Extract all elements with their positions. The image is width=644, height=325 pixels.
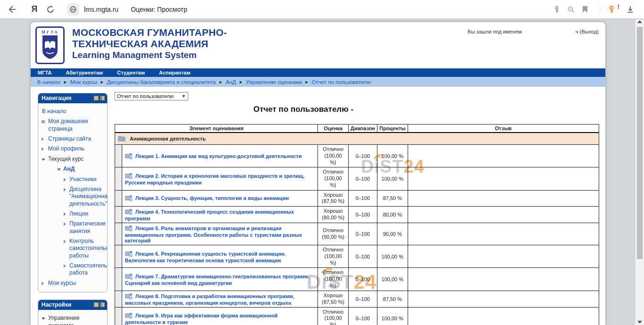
range-value: 0–100: [348, 145, 377, 167]
sidebar-item-and[interactable]: АнД: [38, 164, 105, 174]
sidebar-item-my-profile[interactable]: Мой профиль: [38, 144, 105, 154]
password-manager-button[interactable]: !: [605, 2, 619, 17]
table-row: Лекция 5. Роль аниматоров в организации …: [115, 223, 599, 245]
col-grade: Оценка: [318, 125, 349, 133]
grade-value: Отлично: [321, 269, 345, 276]
mgta-logo[interactable]: МГТА: [35, 26, 65, 64]
sidebar-item-participants[interactable]: Участники: [38, 175, 105, 184]
lesson-link[interactable]: Лекция 1. Анимация как вид культурно-дос…: [135, 153, 302, 159]
square-bullet-icon: [42, 120, 45, 123]
table-row: Лекция 4. Технологический процесс создан…: [115, 207, 599, 223]
sidebar-item-lectures[interactable]: Лекции: [38, 209, 105, 219]
sidebar-item-practice[interactable]: Практические занятия: [38, 219, 105, 236]
lesson-link[interactable]: Лекция 4. Технологический процесс создан…: [125, 209, 294, 221]
url-text[interactable]: lms.mgta.ru: [84, 6, 118, 13]
grades-table: Элемент оценивания Оценка Диапазон Проце…: [115, 124, 599, 325]
chevron-down-icon[interactable]: [42, 158, 45, 161]
navigation-block: Навигация В начало Моя домашняя страница…: [38, 93, 108, 292]
settings-tree: Управление оценками Обзорный отчет Отчет…: [38, 310, 107, 325]
back-button[interactable]: [4, 1, 20, 17]
percent-value: 100,00 %: [377, 307, 408, 325]
key-button[interactable]: [550, 2, 564, 17]
sidebar-item-self-work[interactable]: Самостоятельная работа: [38, 261, 105, 278]
sidebar-item-home[interactable]: В начало: [38, 107, 105, 117]
page-scrollbar[interactable]: [635, 19, 644, 325]
lesson-icon: [125, 250, 133, 258]
yandex-logo-button[interactable]: Я: [26, 4, 42, 14]
scrollbar-thumb[interactable]: [637, 27, 643, 259]
table-row: Лекция 7. Драматургия анимационно-театра…: [115, 268, 599, 291]
lesson-link[interactable]: Лекция 5. Роль аниматоров в организации …: [125, 225, 302, 243]
sidebar-item-self-control[interactable]: Контроль самостоятельной работы: [38, 236, 105, 261]
scrollbar-up-arrow[interactable]: [637, 20, 642, 23]
col-feedback: Отзыв: [408, 125, 599, 133]
percent-value: 100,00 %: [377, 245, 408, 268]
collapse-block-icon[interactable]: [94, 302, 99, 307]
lesson-link[interactable]: Лекция 3. Сущность, функция, типология и…: [135, 195, 289, 201]
chevron-right-icon[interactable]: [64, 222, 66, 226]
grade-percent: (87,50 %): [321, 198, 345, 205]
lesson-link[interactable]: Лекция 6. Рекреационная сущность туристс…: [125, 251, 286, 263]
breadcrumb-disciplines[interactable]: Дисциплины бакалавриата и специалитета: [107, 79, 216, 85]
chevron-down-icon[interactable]: [42, 317, 45, 320]
key-icon: [553, 6, 560, 13]
lesson-link[interactable]: Лекция 7. Драматургия анимационно-театра…: [125, 274, 309, 286]
category-label: Анимационная деятельность: [130, 136, 206, 142]
scrollbar-down-arrow[interactable]: [637, 321, 642, 324]
page-heading: Отчет по пользователю -: [115, 105, 492, 114]
academy-title-line1: МОСКОВСКАЯ ГУМАНИТАРНО-: [72, 27, 227, 38]
report-type-select[interactable]: Отчет по пользователю ▼: [115, 92, 188, 100]
breadcrumb-my-courses[interactable]: Мои курсы: [70, 79, 97, 85]
sidebar-item-my-courses[interactable]: Мои курсы: [38, 278, 105, 288]
chevron-right-icon[interactable]: [64, 188, 66, 192]
grade-value: Отлично: [321, 146, 345, 153]
lesson-link[interactable]: Лекция 8. Подготовка и разработка анимац…: [125, 293, 294, 306]
chevron-right-icon[interactable]: [42, 147, 44, 151]
grade-value: Отлично: [321, 247, 345, 253]
sidebar-item-discipline[interactable]: Дисциплина "Анимационная деятельность": [38, 184, 105, 209]
nav-item-mgta[interactable]: МГТА: [31, 70, 59, 75]
grade-value: Хорошо: [321, 192, 345, 199]
mgta-emblem-icon: [40, 34, 60, 61]
reload-button[interactable]: [42, 1, 59, 17]
chevron-right-icon[interactable]: [42, 137, 44, 141]
nav-item-studentam[interactable]: Студентам: [110, 70, 152, 75]
range-value: 0–100: [348, 245, 377, 268]
chevron-down-icon[interactable]: [57, 168, 61, 171]
percent-value: 90,00 %: [377, 223, 408, 245]
grade-value: Отлично: [321, 227, 345, 234]
chevron-right-icon[interactable]: [64, 240, 66, 243]
find-in-page-button[interactable]: [564, 2, 578, 17]
nav-item-aspirantam[interactable]: Аспирантам: [152, 70, 197, 75]
site-header: МГТА МОСКОВСКАЯ ГУМАНИТАРНО- ТЕХНИЧЕСКАЯ…: [31, 22, 605, 68]
breadcrumb-course[interactable]: АнД: [226, 79, 236, 85]
collapse-block-icon[interactable]: [94, 96, 99, 100]
site-info-button[interactable]: [67, 3, 79, 16]
grade-percent: (80,00 %): [321, 215, 345, 221]
chevron-right-icon[interactable]: [64, 264, 66, 268]
downloads-button[interactable]: [623, 2, 637, 17]
sidebar-item-current-course[interactable]: Текущий курс: [38, 154, 105, 164]
password-key-icon: [608, 5, 617, 14]
sidebar-item-my-home[interactable]: Моя домашняя страница: [38, 117, 105, 134]
bookmark-button[interactable]: [578, 2, 592, 17]
grade-percent: (100,00 %): [321, 253, 345, 267]
chevron-right-icon[interactable]: [64, 178, 66, 182]
range-value: 0–100: [348, 207, 377, 223]
chevron-right-icon[interactable]: [42, 282, 44, 285]
breadcrumb-user-report[interactable]: Отчет по пользователю: [312, 79, 371, 85]
logout-link[interactable]: ч (Выход): [576, 29, 599, 34]
lesson-link[interactable]: Лекция 2. История и хронология массовых …: [125, 173, 305, 185]
lesson-link[interactable]: Лекция 9. Игра как эффективная форма ани…: [125, 313, 278, 325]
breadcrumb-grade-admin[interactable]: Управление оценками: [246, 79, 302, 85]
settings-item-grade-admin[interactable]: Управление оценками: [38, 313, 105, 325]
dock-block-icon[interactable]: [100, 96, 105, 100]
page-background: МГТА МОСКОВСКАЯ ГУМАНИТАРНО- ТЕХНИЧЕСКАЯ…: [0, 19, 644, 325]
breadcrumb-home[interactable]: В начало: [37, 79, 60, 85]
dock-block-icon[interactable]: [100, 302, 105, 307]
sidebar-item-site-pages[interactable]: Страницы сайта: [38, 134, 105, 144]
range-value: 0–100: [348, 307, 377, 325]
chevron-right-icon[interactable]: [64, 212, 66, 216]
settings-block-header: Настройки: [38, 300, 107, 310]
nav-item-abiturientam[interactable]: Абитуриентам: [59, 70, 110, 75]
